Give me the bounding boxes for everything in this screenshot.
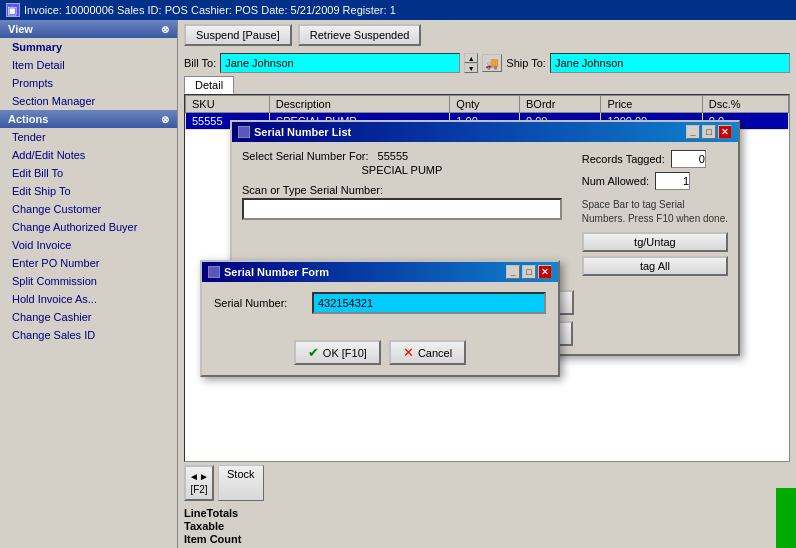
suspend-button[interactable]: Suspend [Pause]	[184, 24, 292, 46]
serial-list-close-button[interactable]: ✕	[718, 125, 732, 139]
f2-label: [F2]	[190, 484, 207, 495]
num-allowed-input[interactable]	[655, 172, 690, 190]
serial-form-buttons: ✔ OK [F10] ✕ Cancel	[202, 336, 558, 375]
num-allowed-row: Num Allowed:	[582, 172, 728, 190]
stock-tab[interactable]: Stock	[218, 465, 264, 501]
serial-scan-input[interactable]	[242, 198, 562, 220]
sidebar-item-edit-bill-to[interactable]: Edit Bill To	[0, 164, 177, 182]
serial-form-icon	[208, 266, 220, 278]
sidebar-item-summary[interactable]: Summary	[0, 38, 177, 56]
view-collapse-icon: ⊗	[161, 24, 169, 35]
sidebar-item-void-invoice[interactable]: Void Invoice	[0, 236, 177, 254]
sidebar-item-split-commission[interactable]: Split Commission	[0, 272, 177, 290]
serial-number-field-label: Serial Number:	[214, 297, 304, 309]
sidebar-item-item-detail[interactable]: Item Detail	[0, 56, 177, 74]
ship-to-input[interactable]	[550, 53, 790, 73]
sidebar-item-change-authorized-buyer[interactable]: Change Authorized Buyer	[0, 218, 177, 236]
ok-checkmark-icon: ✔	[308, 345, 319, 360]
actions-section-header[interactable]: Actions ⊗	[0, 110, 177, 128]
records-tagged-input[interactable]	[671, 150, 706, 168]
serial-form-close-button[interactable]: ✕	[538, 265, 552, 279]
nav-arrow-button[interactable]: ◄► [F2]	[184, 465, 214, 501]
toolbar: Suspend [Pause] Retrieve Suspended	[178, 20, 796, 50]
address-row: Bill To: ▲ ▼ 🚚 Ship To:	[178, 50, 796, 76]
col-header-dsc: Dsc.%	[702, 96, 788, 113]
hint-text: Space Bar to tag SerialNumbers. Press F1…	[582, 198, 728, 226]
sidebar-item-edit-ship-to[interactable]: Edit Ship To	[0, 182, 177, 200]
sidebar-item-tender[interactable]: Tender	[0, 128, 177, 146]
actions-collapse-icon: ⊗	[161, 114, 169, 125]
bill-to-input[interactable]	[220, 53, 460, 73]
line-totals-label: LineTotals	[184, 507, 264, 519]
serial-number-form-dialog: Serial Number Form _ □ ✕ Serial Number: …	[200, 260, 560, 377]
serial-number-field-input[interactable]	[312, 292, 546, 314]
serial-list-title-bar: Serial Number List _ □ ✕	[232, 122, 738, 142]
bottom-area: ◄► [F2] Stock	[178, 462, 796, 504]
ok-f10-button[interactable]: ✔ OK [F10]	[294, 340, 381, 365]
tab-detail[interactable]: Detail	[184, 76, 234, 94]
actions-label: Actions	[8, 113, 48, 125]
transaction-area: LineTotals Taxable Item Count	[178, 504, 796, 548]
sidebar: View ⊗ Summary Item Detail Prompts Secti…	[0, 20, 178, 548]
col-header-price: Price	[601, 96, 702, 113]
serial-form-title-bar: Serial Number Form _ □ ✕	[202, 262, 558, 282]
bill-to-spinner: ▲ ▼	[464, 53, 478, 73]
serial-list-minimize-button[interactable]: _	[686, 125, 700, 139]
retrieve-suspended-button[interactable]: Retrieve Suspended	[298, 24, 422, 46]
serial-list-title: Serial Number List	[254, 126, 351, 138]
taxable-label: Taxable	[184, 520, 264, 532]
item-count-label: Item Count	[184, 533, 264, 545]
transaction-row-item-count: Item Count	[184, 533, 790, 545]
scan-label: Scan or Type Serial Number:	[242, 184, 562, 196]
tab-bar: Detail	[178, 76, 796, 94]
col-header-sku: SKU	[186, 96, 270, 113]
transaction-row-line-totals: LineTotals	[184, 507, 790, 519]
serial-form-title: Serial Number Form	[224, 266, 329, 278]
records-tagged-label: Records Tagged:	[582, 153, 665, 165]
sidebar-item-enter-po-number[interactable]: Enter PO Number	[0, 254, 177, 272]
view-section-header[interactable]: View ⊗	[0, 20, 177, 38]
arrow-icon: ◄►	[189, 471, 209, 482]
transaction-row-taxable: Taxable	[184, 520, 790, 532]
ship-to-label: Ship To:	[506, 57, 546, 69]
sidebar-item-change-cashier[interactable]: Change Cashier	[0, 308, 177, 326]
col-header-description: Description	[269, 96, 450, 113]
sidebar-item-change-customer[interactable]: Change Customer	[0, 200, 177, 218]
tag-untag-button[interactable]: tg/Untag	[582, 232, 728, 252]
ship-to-icon[interactable]: 🚚	[482, 54, 502, 72]
cancel-serial-form-button[interactable]: ✕ Cancel	[389, 340, 466, 365]
serial-list-controls: _ □ ✕	[686, 125, 732, 139]
product-name-label: SPECIAL PUMP	[242, 164, 562, 176]
serial-form-controls: _ □ ✕	[506, 265, 552, 279]
col-header-qnty: Qnty	[450, 96, 520, 113]
serial-form-body: Serial Number:	[202, 282, 558, 336]
sidebar-item-hold-invoice[interactable]: Hold Invoice As...	[0, 290, 177, 308]
sidebar-item-add-edit-notes[interactable]: Add/Edit Notes	[0, 146, 177, 164]
bill-to-label: Bill To:	[184, 57, 216, 69]
view-label: View	[8, 23, 33, 35]
bill-to-spin-down[interactable]: ▼	[464, 63, 478, 73]
select-for-label: Select Serial Number For: 55555	[242, 150, 562, 162]
serial-list-maximize-button[interactable]: □	[702, 125, 716, 139]
bill-to-spin-up[interactable]: ▲	[464, 53, 478, 63]
serial-number-field-row: Serial Number:	[214, 292, 546, 314]
records-tagged-row: Records Tagged:	[582, 150, 728, 168]
serial-form-minimize-button[interactable]: _	[506, 265, 520, 279]
serial-form-maximize-button[interactable]: □	[522, 265, 536, 279]
sidebar-item-prompts[interactable]: Prompts	[0, 74, 177, 92]
sidebar-item-change-sales-id[interactable]: Change Sales ID	[0, 326, 177, 344]
title-bar: ▣ Invoice: 10000006 Sales ID: POS Cashie…	[0, 0, 796, 20]
sidebar-item-section-manager[interactable]: Section Manager	[0, 92, 177, 110]
num-allowed-label: Num Allowed:	[582, 175, 649, 187]
col-header-bordr: BOrdr	[520, 96, 601, 113]
tag-all-button[interactable]: tag All	[582, 256, 728, 276]
app-icon: ▣	[6, 3, 20, 17]
title-text: Invoice: 10000006 Sales ID: POS Cashier:…	[24, 4, 396, 16]
cancel-x-icon-form: ✕	[403, 345, 414, 360]
dialog-icon	[238, 126, 250, 138]
terminal-block	[776, 488, 796, 548]
